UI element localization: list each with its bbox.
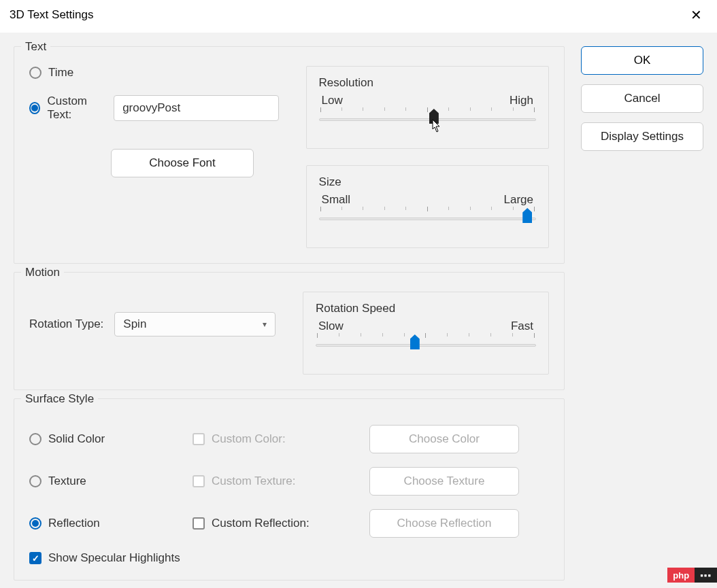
custom-text-input[interactable]: [114, 95, 278, 121]
rotation-speed-group: Rotation Speed Slow Fast: [303, 292, 549, 375]
solid-color-label: Solid Color: [48, 432, 105, 446]
custom-texture-label: Custom Texture:: [212, 474, 295, 488]
size-slider[interactable]: [319, 212, 536, 227]
time-radio[interactable]: [29, 67, 41, 79]
text-group-title: Text: [21, 40, 50, 54]
custom-color-label: Custom Color:: [212, 432, 286, 446]
time-label: Time: [48, 66, 73, 80]
titlebar: 3D Text Settings ✕: [0, 0, 717, 30]
rotation-type-value: Spin: [123, 317, 146, 331]
choose-font-button[interactable]: Choose Font: [111, 149, 254, 177]
motion-group: Motion Rotation Type: Spin ▾ Rotation Sp…: [14, 272, 565, 390]
speed-fast-label: Fast: [511, 319, 533, 333]
custom-text-radio[interactable]: [29, 102, 40, 114]
watermark: php ▪▪▪: [667, 568, 717, 583]
solid-color-radio-row[interactable]: Solid Color: [29, 432, 193, 446]
cancel-button[interactable]: Cancel: [581, 84, 703, 113]
watermark-left: php: [667, 568, 695, 583]
chevron-down-icon: ▾: [263, 319, 267, 329]
rotation-type-label: Rotation Type:: [29, 317, 103, 331]
size-title: Size: [319, 175, 536, 189]
reflection-radio-row[interactable]: Reflection: [29, 517, 193, 530]
dialog-body: Text Time Custom Text: Choose Font: [0, 33, 717, 588]
left-column: Text Time Custom Text: Choose Font: [14, 46, 565, 588]
ok-button[interactable]: OK: [581, 46, 703, 75]
rotation-speed-slider[interactable]: [316, 339, 536, 353]
motion-group-title: Motion: [21, 266, 64, 279]
display-settings-button[interactable]: Display Settings: [581, 122, 703, 151]
texture-radio-row[interactable]: Texture: [29, 474, 193, 488]
size-group: Size Small Large: [306, 165, 549, 248]
specular-label: Show Specular Highlights: [48, 551, 180, 565]
custom-text-radio-row[interactable]: Custom Text:: [29, 94, 279, 122]
size-large-label: Large: [504, 193, 533, 207]
texture-label: Texture: [48, 474, 86, 488]
close-icon[interactable]: ✕: [685, 4, 707, 26]
rotation-type-select[interactable]: Spin ▾: [114, 312, 276, 336]
texture-radio[interactable]: [29, 475, 41, 487]
choose-reflection-button: Choose Reflection: [369, 509, 519, 538]
custom-reflection-checkbox[interactable]: [193, 517, 205, 530]
surface-style-group: Surface Style Solid Color Custom Color: …: [14, 398, 565, 581]
reflection-radio[interactable]: [29, 517, 41, 530]
specular-checkbox-row[interactable]: Show Specular Highlights: [29, 551, 180, 565]
resolution-high-label: High: [510, 94, 533, 107]
choose-color-button: Choose Color: [369, 425, 519, 453]
right-column: OK Cancel Display Settings: [581, 46, 703, 588]
specular-checkbox[interactable]: [29, 552, 41, 564]
speed-slow-label: Slow: [318, 319, 344, 333]
custom-color-checkbox: [193, 433, 205, 445]
size-small-label: Small: [322, 193, 351, 207]
custom-reflection-label: Custom Reflection:: [212, 517, 310, 530]
custom-text-label: Custom Text:: [47, 94, 107, 122]
resolution-low-label: Low: [322, 94, 343, 107]
time-radio-row[interactable]: Time: [29, 66, 279, 80]
surface-style-title: Surface Style: [21, 392, 98, 406]
window-title: 3D Text Settings: [10, 8, 93, 22]
resolution-title: Resolution: [319, 76, 536, 90]
rotation-speed-title: Rotation Speed: [316, 302, 536, 315]
custom-texture-checkbox: [193, 475, 205, 487]
reflection-label: Reflection: [48, 517, 100, 530]
resolution-group: Resolution Low High: [306, 66, 549, 149]
resolution-slider[interactable]: [319, 113, 536, 128]
solid-color-radio[interactable]: [29, 433, 41, 445]
choose-texture-button: Choose Texture: [369, 467, 519, 496]
watermark-right: ▪▪▪: [695, 568, 717, 583]
text-group: Text Time Custom Text: Choose Font: [14, 46, 565, 264]
